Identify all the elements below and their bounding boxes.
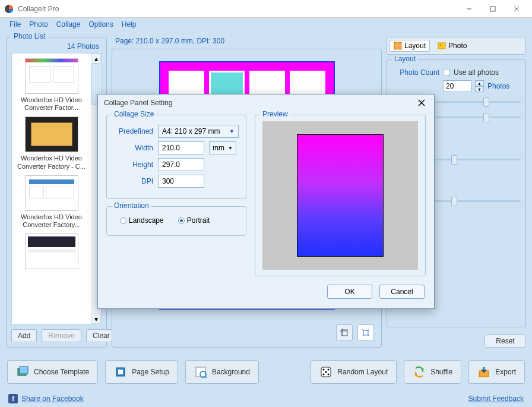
svg-line-20 (205, 376, 207, 378)
photo-count-input[interactable] (443, 80, 471, 92)
orientation-group: Orientation Landscape Portrait (106, 206, 246, 236)
height-input[interactable] (158, 158, 204, 171)
photo-icon (438, 42, 446, 50)
close-button[interactable] (505, 0, 528, 18)
dpi-input[interactable] (158, 175, 204, 188)
share-facebook-link[interactable]: Share on Facebook (21, 395, 84, 403)
maximize-button[interactable] (481, 0, 505, 18)
action-bar: Choose Template Page Setup Background Ra… (0, 354, 532, 390)
remove-button[interactable]: Remove (42, 329, 81, 342)
predefined-combo[interactable]: A4: 210 x 297 mm ▼ (158, 125, 239, 138)
page-setup-button[interactable]: Page Setup (105, 360, 178, 384)
svg-point-25 (323, 374, 325, 376)
svg-rect-12 (438, 43, 445, 49)
preview-group: Preview (255, 115, 426, 276)
fullscreen-icon[interactable] (357, 324, 374, 341)
list-item[interactable]: Wonderfox HD Video Converter Factor... (17, 58, 86, 112)
chevron-down-icon: ▼ (228, 146, 233, 151)
reset-button[interactable]: Reset (484, 335, 526, 348)
page-setup-icon (114, 365, 127, 378)
dialog-title: Collage Panel Setting (104, 99, 172, 107)
footer: f Share on Facebook Submit Feedback (0, 390, 532, 407)
choose-template-button[interactable]: Choose Template (7, 360, 98, 384)
svg-rect-2 (490, 7, 495, 11)
settings-tabs: Layout Photo (387, 37, 526, 55)
photo-list-legend: Photo List (11, 32, 48, 40)
dice-icon (319, 365, 332, 378)
background-icon (194, 365, 207, 378)
svg-rect-9 (394, 42, 397, 49)
svg-rect-11 (398, 46, 401, 49)
menu-collage[interactable]: Collage (56, 20, 81, 29)
width-input[interactable] (158, 141, 204, 154)
scroll-up-icon[interactable]: ▴ (91, 53, 101, 64)
tab-layout[interactable]: Layout (390, 40, 430, 52)
preview-page (297, 134, 384, 257)
portrait-radio[interactable]: Portrait (178, 216, 210, 225)
menubar: File Photo Collage Options Help (0, 18, 532, 31)
collage-panel-dialog: Collage Panel Setting Collage Size Prede… (97, 94, 435, 309)
template-icon (16, 365, 29, 378)
svg-point-23 (328, 369, 330, 371)
list-item[interactable]: Wonderfox HD Video Converter Factory... (17, 175, 86, 229)
main-window: CollageIt Pro File Photo Collage Options… (0, 0, 532, 407)
collage-size-group: Collage Size Predefined A4: 210 x 297 mm… (106, 115, 246, 199)
svg-rect-15 (20, 367, 28, 374)
export-button[interactable]: Export (468, 360, 525, 384)
menu-options[interactable]: Options (88, 20, 113, 29)
submit-feedback-link[interactable]: Submit Feedback (468, 395, 524, 403)
list-item[interactable] (17, 234, 86, 272)
background-button[interactable]: Background (185, 360, 259, 384)
layout-icon (394, 42, 402, 50)
minimize-button[interactable] (457, 0, 481, 18)
shuffle-button[interactable]: Shuffle (404, 360, 461, 384)
photo-count-spinner[interactable]: ▲▼ (475, 80, 484, 92)
shuffle-icon (413, 365, 426, 378)
thumbnail-list: Wonderfox HD Video Converter Factor... W… (11, 53, 102, 324)
svg-rect-17 (118, 370, 123, 374)
photo-list-panel: Photo List 14 Photos Wonderfox HD Video … (6, 37, 107, 348)
svg-point-22 (323, 369, 325, 371)
tab-photo[interactable]: Photo (433, 40, 471, 52)
menu-help[interactable]: Help (122, 20, 137, 29)
ok-button[interactable]: OK (327, 285, 372, 299)
unit-combo[interactable]: mm ▼ (209, 141, 236, 154)
svg-point-26 (328, 374, 330, 376)
landscape-radio[interactable]: Landscape (120, 216, 164, 225)
titlebar: CollageIt Pro (0, 0, 532, 18)
photo-count-label: Photo Count (392, 68, 439, 77)
scroll-down-icon[interactable]: ▾ (91, 314, 101, 324)
list-item[interactable]: Wonderfox HD Video Converter Factory - C… (17, 116, 86, 170)
preview-area (262, 121, 418, 270)
cancel-button[interactable]: Cancel (379, 285, 425, 299)
photo-count: 14 Photos (11, 42, 102, 51)
chevron-down-icon: ▼ (229, 128, 235, 134)
svg-rect-10 (398, 42, 401, 45)
crop-icon[interactable] (336, 324, 353, 341)
app-title: CollageIt Pro (18, 5, 59, 13)
page-info: Page: 210.0 x 297.0 mm, DPI: 300 (115, 37, 382, 45)
svg-point-13 (440, 45, 442, 46)
svg-point-24 (325, 371, 327, 373)
add-button[interactable]: Add (11, 329, 37, 342)
use-all-checkbox[interactable] (443, 69, 450, 76)
random-layout-button[interactable]: Random Layout (311, 360, 397, 384)
menu-photo[interactable]: Photo (29, 20, 48, 29)
facebook-icon: f (8, 394, 18, 403)
svg-rect-8 (363, 330, 368, 335)
menu-file[interactable]: File (10, 20, 21, 29)
dialog-close-button[interactable] (415, 96, 428, 109)
app-icon (4, 4, 14, 14)
export-icon (477, 365, 490, 378)
